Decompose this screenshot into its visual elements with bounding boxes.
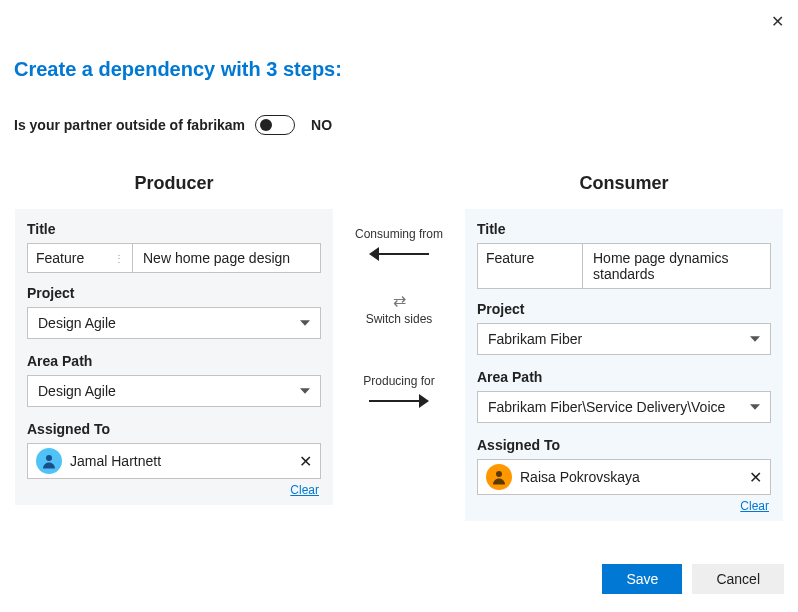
consumer-project-value: Fabrikam Fiber	[488, 331, 582, 347]
producer-assigned-name: Jamal Hartnett	[70, 453, 161, 469]
clear-assigned-icon[interactable]: ✕	[299, 452, 312, 471]
producer-title-input[interactable]: New home page design	[133, 244, 320, 272]
dialog-title: Create a dependency with 3 steps:	[0, 0, 798, 81]
consumer-assigned-name: Raisa Pokrovskaya	[520, 469, 640, 485]
producer-areapath-value: Design Agile	[38, 383, 116, 399]
producing-for-label: Producing for	[363, 374, 434, 388]
consumer-type-value: Feature	[486, 250, 534, 266]
partner-toggle-row: Is your partner outside of fabrikam NO	[0, 81, 798, 135]
switch-sides-icon[interactable]: ⇄	[393, 291, 406, 310]
producer-panel: Title Feature ⋮ New home page design Pro…	[14, 208, 334, 506]
save-button[interactable]: Save	[602, 564, 682, 594]
producer-assigned-picker[interactable]: Jamal Hartnett ✕	[27, 443, 321, 479]
toggle-knob	[260, 119, 272, 131]
cancel-button[interactable]: Cancel	[692, 564, 784, 594]
partner-toggle-label: Is your partner outside of fabrikam	[14, 117, 245, 133]
producer-project-value: Design Agile	[38, 315, 116, 331]
consumer-areapath-select[interactable]: Fabrikam Fiber\Service Delivery\Voice	[477, 391, 771, 423]
dialog-footer: Save Cancel	[602, 564, 784, 594]
avatar-icon	[36, 448, 62, 474]
consuming-from-label: Consuming from	[355, 227, 443, 241]
avatar-icon	[486, 464, 512, 490]
consumer-assigned-picker[interactable]: Raisa Pokrovskaya ✕	[477, 459, 771, 495]
panels-container: Producer Title Feature ⋮ New home page d…	[0, 135, 798, 522]
producer-type-select[interactable]: Feature ⋮	[28, 244, 133, 272]
producer-project-select[interactable]: Design Agile	[27, 307, 321, 339]
producer-type-value: Feature	[36, 250, 84, 266]
arrow-right-icon	[369, 394, 429, 408]
partner-toggle[interactable]	[255, 115, 295, 135]
consumer-assigned-label: Assigned To	[477, 437, 771, 453]
producer-heading: Producer	[14, 171, 334, 194]
producer-project-label: Project	[27, 285, 321, 301]
consumer-areapath-label: Area Path	[477, 369, 771, 385]
clear-assigned-icon[interactable]: ✕	[749, 468, 762, 487]
producer-areapath-label: Area Path	[27, 353, 321, 369]
chevron-down-icon	[300, 388, 310, 393]
consumer-title-label: Title	[477, 221, 771, 237]
consumer-project-select[interactable]: Fabrikam Fiber	[477, 323, 771, 355]
consumer-title-row: Feature Home page dynamics standards	[477, 243, 771, 289]
middle-column: Consuming from ⇄ Switch sides Producing …	[344, 171, 454, 438]
consumer-column: Consumer Title Feature Home page dynamic…	[464, 171, 784, 522]
svg-point-0	[46, 455, 52, 461]
partner-question-text: Is your partner outside of	[14, 117, 183, 133]
switch-sides-label[interactable]: Switch sides	[366, 312, 433, 326]
chevron-down-icon	[300, 320, 310, 325]
consumer-panel: Title Feature Home page dynamics standar…	[464, 208, 784, 522]
arrow-left-icon	[369, 247, 429, 261]
consumer-project-label: Project	[477, 301, 771, 317]
consumer-title-input[interactable]: Home page dynamics standards	[583, 244, 770, 288]
svg-point-1	[496, 471, 502, 477]
producer-areapath-select[interactable]: Design Agile	[27, 375, 321, 407]
consumer-type-select[interactable]: Feature	[478, 244, 583, 288]
producer-title-label: Title	[27, 221, 321, 237]
partner-toggle-state: NO	[311, 117, 332, 133]
producer-clear-link[interactable]: Clear	[27, 483, 319, 497]
chevron-down-icon	[750, 336, 760, 341]
close-icon[interactable]: ✕	[771, 12, 784, 31]
consumer-clear-link[interactable]: Clear	[477, 499, 769, 513]
producer-title-row: Feature ⋮ New home page design	[27, 243, 321, 273]
producer-column: Producer Title Feature ⋮ New home page d…	[14, 171, 334, 506]
producer-assigned-label: Assigned To	[27, 421, 321, 437]
consumer-heading: Consumer	[464, 171, 784, 194]
consumer-areapath-value: Fabrikam Fiber\Service Delivery\Voice	[488, 399, 725, 415]
chevron-down-icon	[750, 404, 760, 409]
chevron-icon: ⋮	[114, 253, 124, 264]
partner-org-name: fabrikam	[187, 117, 245, 133]
